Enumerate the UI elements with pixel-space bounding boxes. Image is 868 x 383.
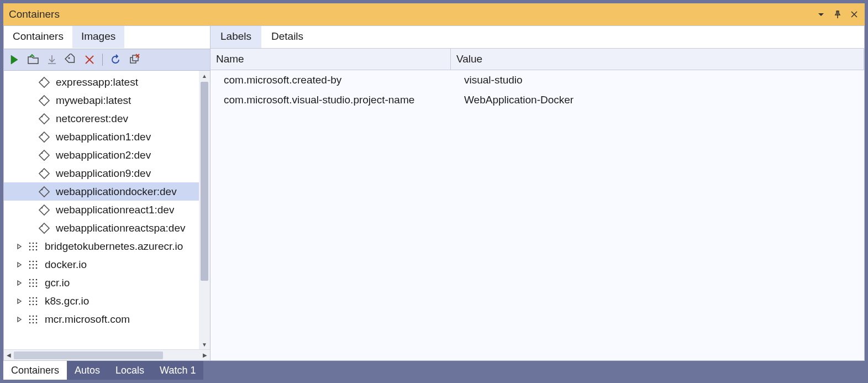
scroll-thumb[interactable] (201, 82, 208, 281)
table-row[interactable]: com.microsoft.visual-studio.project-name… (211, 90, 864, 110)
refresh-button[interactable] (108, 53, 123, 67)
tree-item-label: netcorerest:dev (56, 113, 128, 125)
left-tab-strip: Containers Images (4, 26, 210, 49)
bottom-tab-containers[interactable]: Containers (3, 361, 67, 380)
horizontal-scrollbar[interactable]: ◀ ▶ (4, 349, 210, 360)
tree-item-label: mcr.microsoft.com (45, 313, 130, 326)
main-area: Containers Images (3, 25, 865, 361)
tag-icon (37, 93, 51, 108)
registry-icon (26, 294, 40, 308)
svg-point-48 (29, 315, 31, 317)
svg-point-18 (29, 249, 31, 250)
bottom-tab-watch-1[interactable]: Watch 1 (152, 361, 203, 380)
svg-point-29 (36, 267, 38, 269)
svg-point-49 (33, 315, 34, 317)
svg-point-31 (33, 279, 34, 280)
svg-point-35 (36, 282, 38, 284)
svg-point-36 (29, 285, 31, 287)
column-value[interactable]: Value (451, 49, 864, 70)
registry-icon (26, 312, 40, 327)
close-icon[interactable] (849, 9, 859, 19)
registry-icon (26, 258, 40, 272)
image-node[interactable]: webapplicationreact1:dev (4, 201, 199, 219)
registry-node[interactable]: mcr.microsoft.com (4, 310, 199, 328)
image-node[interactable]: webapplicationdocker:dev (4, 182, 199, 201)
svg-point-9 (41, 188, 43, 190)
svg-point-11 (41, 225, 43, 227)
svg-point-27 (29, 267, 31, 269)
bottom-tab-locals[interactable]: Locals (108, 361, 152, 380)
registry-node[interactable]: bridgetokubernetes.azurecr.io (4, 237, 199, 255)
scroll-left-icon[interactable]: ◀ (4, 352, 14, 358)
tree-item-label: docker.io (45, 259, 87, 271)
vertical-scrollbar[interactable]: ▲ ▼ (199, 71, 210, 349)
label-value-cell: visual-studio (451, 74, 864, 86)
prune-button[interactable] (127, 53, 141, 67)
bottom-tab-autos[interactable]: Autos (67, 361, 108, 380)
label-name-cell: com.microsoft.visual-studio.project-name (211, 94, 451, 106)
expand-triangle-icon[interactable] (15, 260, 24, 269)
expand-triangle-icon[interactable] (15, 297, 24, 306)
label-name-cell: com.microsoft.created-by (211, 74, 451, 86)
right-panel: Labels Details Name Value com.microsoft.… (211, 26, 864, 360)
svg-point-7 (41, 152, 43, 154)
tree-item-label: bridgetokubernetes.azurecr.io (45, 240, 183, 253)
download-button[interactable] (45, 53, 59, 67)
hscroll-thumb[interactable] (14, 351, 163, 359)
tag-icon (37, 185, 51, 199)
svg-point-53 (36, 318, 38, 320)
tag-button[interactable] (64, 53, 78, 67)
registry-node[interactable]: gcr.io (4, 274, 199, 292)
registry-node[interactable]: k8s.gcr.io (4, 292, 199, 310)
tab-labels[interactable]: Labels (211, 26, 261, 48)
image-node[interactable]: webapplication9:dev (4, 164, 199, 182)
expand-triangle-icon[interactable] (15, 279, 24, 287)
open-folder-button[interactable] (26, 53, 40, 67)
svg-point-55 (33, 322, 34, 323)
registry-icon (26, 276, 40, 290)
registry-icon (26, 239, 40, 254)
image-node[interactable]: expressapp:latest (4, 73, 199, 91)
svg-point-51 (29, 318, 31, 320)
svg-point-43 (33, 300, 34, 302)
image-node[interactable]: mywebapi:latest (4, 91, 199, 109)
expand-triangle-icon[interactable] (15, 242, 24, 251)
column-name[interactable]: Name (211, 49, 451, 70)
tree-item-label: k8s.gcr.io (45, 295, 89, 307)
scroll-down-icon[interactable]: ▼ (199, 339, 210, 349)
delete-button[interactable] (82, 53, 97, 67)
pin-icon[interactable] (833, 9, 843, 19)
image-node[interactable]: webapplication1:dev (4, 128, 199, 146)
svg-point-5 (41, 116, 43, 117)
svg-point-16 (33, 245, 34, 247)
scroll-up-icon[interactable]: ▲ (199, 71, 210, 81)
table-row[interactable]: com.microsoft.created-byvisual-studio (211, 70, 864, 90)
left-panel: Containers Images (4, 26, 211, 360)
image-tree[interactable]: expressapp:latestmywebapi:latestnetcorer… (4, 71, 199, 349)
run-button[interactable] (7, 53, 22, 67)
svg-point-44 (36, 300, 38, 302)
svg-point-20 (36, 249, 38, 250)
svg-point-28 (33, 267, 34, 269)
window-controls (816, 9, 859, 19)
scroll-right-icon[interactable]: ▶ (200, 352, 210, 358)
svg-point-0 (69, 57, 70, 59)
svg-point-39 (29, 297, 31, 298)
image-node[interactable]: webapplication2:dev (4, 146, 199, 164)
tab-containers[interactable]: Containers (4, 26, 72, 48)
svg-point-13 (33, 242, 34, 244)
svg-point-12 (29, 242, 31, 244)
tab-details[interactable]: Details (261, 26, 313, 48)
image-node[interactable]: webapplicationreactspa:dev (4, 219, 199, 237)
svg-point-24 (29, 264, 31, 265)
svg-point-10 (41, 207, 43, 208)
svg-point-30 (29, 279, 31, 280)
image-node[interactable]: netcorerest:dev (4, 109, 199, 128)
hscroll-track[interactable] (14, 351, 200, 359)
tag-icon (37, 148, 51, 162)
dropdown-icon[interactable] (816, 9, 826, 19)
expand-triangle-icon[interactable] (15, 315, 24, 324)
svg-point-42 (29, 300, 31, 302)
tab-images[interactable]: Images (72, 26, 124, 48)
registry-node[interactable]: docker.io (4, 255, 199, 274)
